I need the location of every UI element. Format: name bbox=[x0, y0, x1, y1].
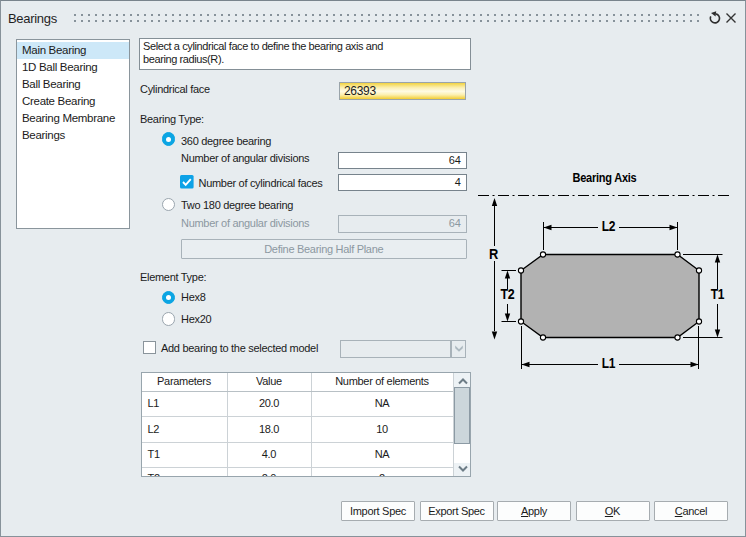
svg-text:R: R bbox=[489, 246, 498, 262]
svg-text:Bearing Axis: Bearing Axis bbox=[573, 170, 637, 185]
svg-text:L2: L2 bbox=[602, 218, 616, 234]
svg-text:L1: L1 bbox=[602, 355, 616, 371]
svg-text:T1: T1 bbox=[711, 286, 725, 302]
svg-text:T2: T2 bbox=[501, 286, 515, 302]
